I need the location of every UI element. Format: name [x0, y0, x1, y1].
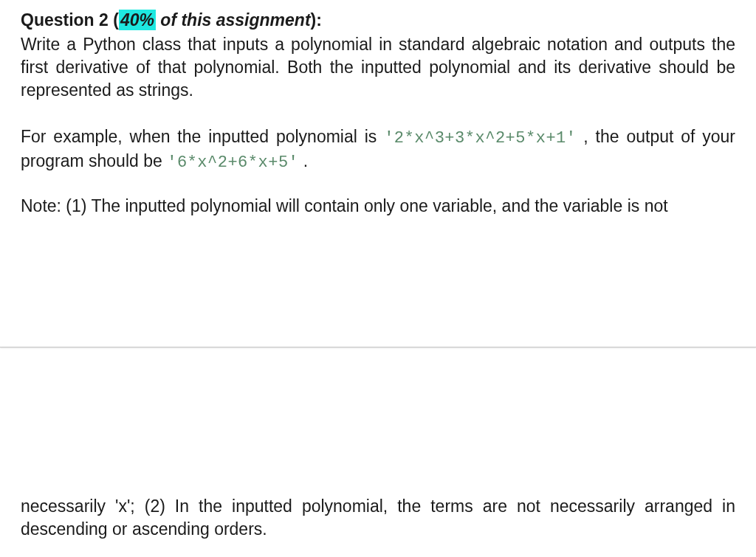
question-header: Question 2 (40% of this assignment): [21, 9, 735, 32]
example-code-input: '2*x^3+3*x^2+5*x+1' [384, 129, 576, 148]
percent-weight: 40% [119, 10, 156, 30]
note-bottom-text: necessarily 'x'; (2) In the inputted pol… [21, 495, 735, 541]
close-paren: ): [311, 10, 322, 30]
intro-text: Write a Python class that inputs a polyn… [21, 33, 735, 102]
open-paren: ( [109, 10, 119, 30]
note-top-line: Note: (1) The inputted polynomial will c… [21, 195, 735, 218]
example-text-1: For example, when the inputted polynomia… [21, 127, 384, 146]
bottom-gap [21, 347, 735, 495]
of-assignment: of this assignment [156, 10, 311, 30]
page-gap [21, 218, 735, 347]
example-paragraph: For example, when the inputted polynomia… [21, 125, 735, 173]
example-code-output: '6*x^2+6*x+5' [167, 153, 298, 172]
example-text-3: . [298, 151, 308, 170]
question-label: Question 2 [21, 10, 109, 30]
